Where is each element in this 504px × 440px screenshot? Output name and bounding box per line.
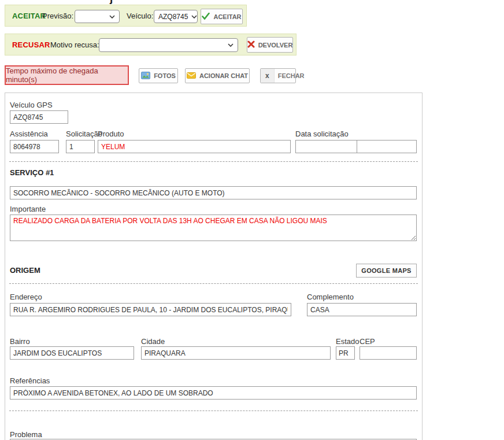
data-solicitacao-input-2[interactable] (357, 140, 417, 153)
cep-input[interactable] (360, 346, 417, 360)
veiculo-gps-label: Veículo GPS (10, 101, 53, 109)
devolver-button[interactable]: DEVOLVER (247, 37, 293, 53)
tempo-maximo-text: Tempo máximo de chegada minuto(s) (6, 66, 128, 84)
bairro-label: Bairro (10, 337, 30, 346)
motivo-recusa-label: Motivo recusa: (50, 34, 99, 55)
screen: j ACEITAR Previsão: Veículo: AZQ8745 ACE… (0, 0, 504, 440)
servico-input[interactable] (10, 186, 417, 199)
servico-heading: SERVIÇO #1 (10, 168, 54, 177)
produto-input[interactable] (98, 140, 291, 153)
problema-label: Problema (10, 430, 42, 439)
fotos-button[interactable]: FOTOS (139, 68, 178, 83)
aceitar-button-label: ACEITAR (213, 13, 241, 20)
veiculo-select[interactable]: AZQ8745 (154, 10, 198, 23)
tempo-maximo-notice: Tempo máximo de chegada minuto(s) (5, 65, 129, 85)
refuse-title: RECUSAR (12, 34, 50, 55)
google-maps-button-label: GOOGLE MAPS (361, 267, 411, 274)
devolver-button-label: DEVOLVER (258, 42, 293, 49)
solicitacao-label: Solicitação (66, 130, 102, 138)
veiculo-label: Veículo: (127, 5, 153, 26)
cidade-input[interactable] (141, 346, 331, 360)
accept-bar: ACEITAR Previsão: Veículo: AZQ8745 ACEIT… (5, 5, 247, 27)
estado-input[interactable] (336, 346, 355, 360)
cep-label: CEP (360, 337, 375, 346)
data-solicitacao-label: Data solicitação (295, 130, 349, 138)
section-divider (9, 411, 418, 411)
produto-label: Produto (98, 130, 124, 138)
service-form-panel: Veículo GPS Assistência Solicitação Prod… (5, 93, 423, 440)
solicitacao-input[interactable] (66, 140, 95, 153)
endereco-input[interactable] (10, 303, 291, 316)
importante-textarea[interactable]: REALIZADO CARGA DA BATERIA POR VOLTA DAS… (10, 215, 417, 241)
previsao-label: Previsão: (42, 5, 73, 26)
acionar-chat-button[interactable]: ACIONAR CHAT (185, 68, 250, 83)
assistencia-input[interactable] (10, 140, 59, 153)
endereco-label: Endereço (10, 293, 42, 301)
check-icon (202, 13, 210, 21)
previsao-select[interactable] (75, 10, 120, 23)
complemento-input[interactable] (307, 303, 417, 316)
veiculo-select-value: AZQ8745 (158, 13, 188, 21)
photo-icon (141, 72, 150, 80)
chevron-down-icon (191, 15, 197, 19)
fechar-button-label: FECHAR (278, 72, 305, 79)
cropped-text-fragment: j (110, 0, 113, 5)
data-solicitacao-input-1[interactable] (295, 140, 357, 153)
cidade-label: Cidade (141, 337, 165, 346)
chevron-down-icon (228, 43, 234, 47)
importante-label: Importante (10, 205, 46, 213)
veiculo-gps-input[interactable] (10, 110, 68, 124)
estado-label: Estado (336, 337, 359, 346)
refuse-bar: RECUSAR Motivo recusa: DEVOLVER (5, 34, 297, 56)
section-divider (9, 283, 418, 284)
assistencia-label: Assistência (10, 130, 48, 138)
x-icon: x (261, 69, 275, 83)
bairro-input[interactable] (10, 346, 134, 360)
origem-heading: ORIGEM (10, 266, 40, 275)
envelope-icon (187, 72, 196, 80)
google-maps-button[interactable]: GOOGLE MAPS (356, 264, 417, 278)
section-divider (9, 161, 418, 162)
motivo-recusa-select[interactable] (99, 38, 238, 52)
referencias-input[interactable] (10, 386, 417, 400)
fotos-button-label: FOTOS (154, 72, 176, 79)
accept-title: ACEITAR (12, 5, 46, 26)
chevron-down-icon (109, 15, 115, 19)
aceitar-button[interactable]: ACEITAR (201, 9, 243, 24)
acionar-chat-button-label: ACIONAR CHAT (199, 72, 248, 79)
complemento-label: Complemento (307, 293, 354, 301)
x-mark-icon (247, 40, 255, 49)
fechar-button[interactable]: x FECHAR (260, 68, 296, 83)
referencias-label: Referências (10, 376, 50, 385)
